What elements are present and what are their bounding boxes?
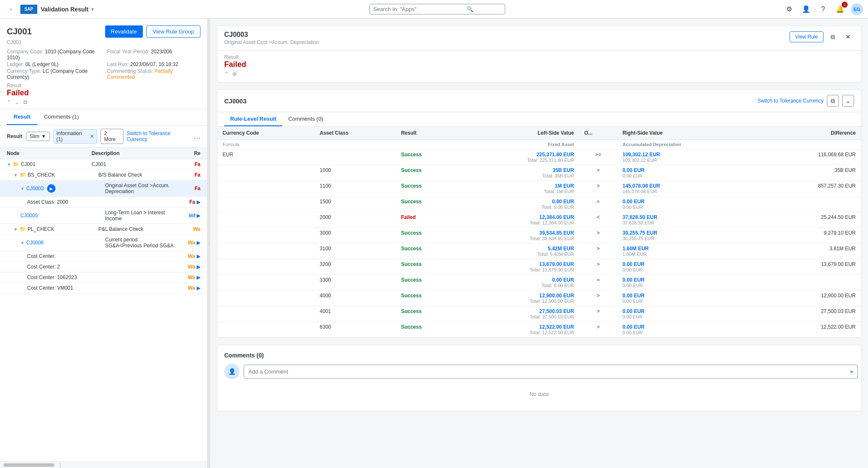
td-left-value[interactable]: 225,371.80 EUR Total: 225,371.80 EUR: [460, 150, 579, 165]
tab-result[interactable]: Result: [7, 109, 37, 125]
tree-row[interactable]: Asset Class: 2000 Fa ▶: [0, 197, 207, 208]
td-left-value[interactable]: 5.42M EUR Total: 5.42M EUR: [460, 244, 579, 259]
td-left-value[interactable]: 0.00 EUR Total: 0.00 EUR: [460, 197, 579, 212]
td-left-value[interactable]: 12,384.00 EUR Total: 12,384.00 EUR: [460, 212, 579, 228]
tree-row[interactable]: ▼ CJ0006 Current period SG&A<Previous Pe…: [0, 235, 207, 251]
rule-card-header: CJ0003 Original Asset Cost >Accum. Depre…: [217, 26, 861, 51]
node-link[interactable]: CJ0005: [20, 213, 38, 219]
tree-row[interactable]: ▼ CJ0003 ▶ Original Asset Cost >Accum. D…: [0, 180, 207, 197]
tree-row[interactable]: Cost Center: Wa ▶: [0, 251, 207, 262]
tab-rule-level-result[interactable]: Rule-Level Result: [224, 112, 282, 126]
td-left-value[interactable]: 39,534.85 EUR Total: 39,534.85 EUR: [460, 228, 579, 244]
view-rule-group-button[interactable]: View Rule Group: [146, 25, 200, 38]
td-right-value[interactable]: 37,628.50 EUR 37,628.50 EUR: [618, 212, 761, 228]
table-row[interactable]: EUR Success 225,371.80 EUR Total: 225,37…: [217, 150, 861, 165]
nav-arrow-icon[interactable]: ▶: [197, 213, 200, 219]
td-left-value[interactable]: 27,500.03 EUR Total: 27,500.03 EUR: [460, 306, 579, 322]
td-right-value[interactable]: 0.00 EUR 0.00 EUR: [618, 275, 761, 291]
td-right-value[interactable]: 0.00 EUR 0.00 EUR: [618, 259, 761, 275]
td-right-value[interactable]: 30,255.75 EUR 30,255.75 EUR: [618, 228, 761, 244]
table-row[interactable]: 2000 Failed 12,384.00 EUR Total: 12,384.…: [217, 212, 861, 228]
header-buttons: Revalidate View Rule Group: [105, 25, 200, 38]
scroll-thumb[interactable]: [3, 463, 54, 467]
filter-tag-close-icon[interactable]: ✕: [90, 133, 94, 139]
pin-icon[interactable]: ⊛: [232, 71, 237, 77]
nav-arrow-icon[interactable]: ▶: [197, 199, 200, 205]
search-icon[interactable]: 🔍: [467, 6, 473, 12]
tree-row[interactable]: ▼ 📁 BS_CHECK B/S Balance Check Fa: [0, 170, 207, 180]
view-rule-button[interactable]: View Rule: [790, 31, 823, 42]
table-row[interactable]: 8300 Success 12,522.00 EUR Total: 12,522…: [217, 322, 861, 338]
table-row[interactable]: 1100 Success 1M EUR Total: 1M EUR > 145,…: [217, 181, 861, 197]
user-avatar[interactable]: EG: [851, 3, 863, 15]
table-row[interactable]: 3300 Success 0.00 EUR Total: 0.00 EUR = …: [217, 275, 861, 291]
more-options-button[interactable]: …: [194, 133, 200, 140]
tree-row[interactable]: Cost Center: VM001 Wa ▶: [0, 283, 207, 294]
tree-row[interactable]: ▼ 📁 CJ001 CJ001 Fa: [0, 159, 207, 170]
revalidate-button[interactable]: Revalidate: [105, 25, 143, 38]
tree-row[interactable]: Cost Center: 2 Wa ▶: [0, 262, 207, 272]
table-row[interactable]: 1000 Success 35B EUR Total: 35B EUR > 0.…: [217, 165, 861, 181]
td-right-value[interactable]: 0.00 EUR 0.00 EUR: [618, 165, 761, 181]
table-row[interactable]: 4001 Success 27,500.03 EUR Total: 27,500…: [217, 306, 861, 322]
nav-arrow-icon[interactable]: ▶: [197, 240, 200, 246]
node-link[interactable]: CJ0006: [26, 240, 44, 246]
tab-comments-detail[interactable]: Comments (0): [282, 112, 329, 126]
expand-icon[interactable]: ▼: [20, 186, 25, 191]
nav-arrow-icon[interactable]: ▶: [197, 253, 200, 259]
table-row[interactable]: 1500 Success 0.00 EUR Total: 0.00 EUR = …: [217, 197, 861, 212]
td-left-value[interactable]: 0.00 EUR Total: 0.00 EUR: [460, 275, 579, 291]
chevron-up-icon[interactable]: ⌃: [7, 99, 11, 105]
table-row[interactable]: 4000 Success 12,900.00 EUR Total: 12,900…: [217, 291, 861, 306]
td-right-value[interactable]: 0.00 EUR 0.00 EUR: [618, 322, 761, 338]
td-left-value[interactable]: 35B EUR Total: 35B EUR: [460, 165, 579, 181]
td-asset-class: 1500: [314, 197, 396, 212]
expand-icon[interactable]: ▼: [14, 227, 18, 232]
search-input[interactable]: [373, 6, 467, 12]
horizontal-scrollbar[interactable]: ⋮: [0, 461, 207, 468]
help-icon[interactable]: ?: [817, 3, 829, 15]
td-left-value[interactable]: 12,900.00 EUR Total: 12,900.00 EUR: [460, 291, 579, 306]
nav-arrow-icon[interactable]: ▶: [197, 264, 200, 270]
table-row[interactable]: 3000 Success 39,534.85 EUR Total: 39,534…: [217, 228, 861, 244]
expand-icon[interactable]: ▼: [14, 173, 18, 177]
td-right-value[interactable]: 0.00 EUR 0.00 EUR: [618, 291, 761, 306]
nav-arrow-icon[interactable]: ▶: [197, 285, 200, 291]
td-right-value[interactable]: 0.00 EUR 0.00 EUR: [618, 197, 761, 212]
close-rule-button[interactable]: ✕: [842, 31, 854, 43]
node-link[interactable]: CJ0003: [26, 186, 44, 191]
copy-icon[interactable]: ⧉: [827, 95, 839, 107]
td-right-value[interactable]: 0.00 EUR 0.00 EUR: [618, 306, 761, 322]
more-icon[interactable]: ⌄: [842, 95, 854, 107]
pin-icon[interactable]: ⚙: [23, 99, 28, 105]
settings-icon[interactable]: ⚙: [783, 3, 795, 15]
send-comment-button[interactable]: ➤: [849, 368, 854, 375]
tree-row[interactable]: CJ0005 Long-Term Loan > Interest Income …: [0, 208, 207, 224]
td-left-value[interactable]: 1M EUR Total: 1M EUR: [460, 181, 579, 197]
table-row[interactable]: 3200 Success 13,679.00 EUR Total: 13,679…: [217, 259, 861, 275]
person-icon[interactable]: 👤: [800, 3, 812, 15]
td-left-value[interactable]: 12,522.00 EUR Total: 12,522.00 EUR: [460, 322, 579, 338]
expand-icon[interactable]: ▼: [7, 162, 11, 167]
back-button[interactable]: ‹: [5, 3, 17, 15]
td-right-value[interactable]: 109,302.12 EUR 109,302.12 EUR: [618, 150, 761, 165]
more-filter-button[interactable]: 2 More: [100, 129, 123, 144]
td-right-value[interactable]: 145,078.08 EUR 145,078.08 EUR: [618, 181, 761, 197]
chevron-up-icon[interactable]: ⌃: [224, 71, 229, 77]
table-row[interactable]: 3100 Success 5.42M EUR Total: 5.42M EUR …: [217, 244, 861, 259]
chevron-down-icon[interactable]: ⌄: [15, 99, 19, 105]
tree-row[interactable]: ▼ 📁 PL_CHECK P&L Balance Check Wa: [0, 224, 207, 235]
td-right-value[interactable]: 1.60M EUR 1.60M EUR: [618, 244, 761, 259]
slim-dropdown[interactable]: Slim ▼: [26, 132, 50, 141]
switch-tolerance-button[interactable]: Switch to Tolerance Currency: [127, 130, 190, 142]
expand-icon[interactable]: ▼: [20, 241, 25, 245]
comment-input[interactable]: [244, 365, 858, 379]
nav-arrow-icon[interactable]: ▶: [197, 274, 200, 280]
tree-row[interactable]: Cost Center: 1062023 Wa ▶: [0, 272, 207, 283]
information-filter-tag[interactable]: Information (1) ✕: [53, 129, 97, 144]
td-left-value[interactable]: 13,679.00 EUR Total: 13,679.00 EUR: [460, 259, 579, 275]
notification-icon[interactable]: 🔔 2: [834, 3, 846, 15]
tab-comments[interactable]: Comments (1): [37, 109, 86, 125]
expand-rule-button[interactable]: ⧉: [827, 31, 839, 43]
switch-tolerance-button[interactable]: Switch to Tolerance Currency: [757, 98, 823, 104]
